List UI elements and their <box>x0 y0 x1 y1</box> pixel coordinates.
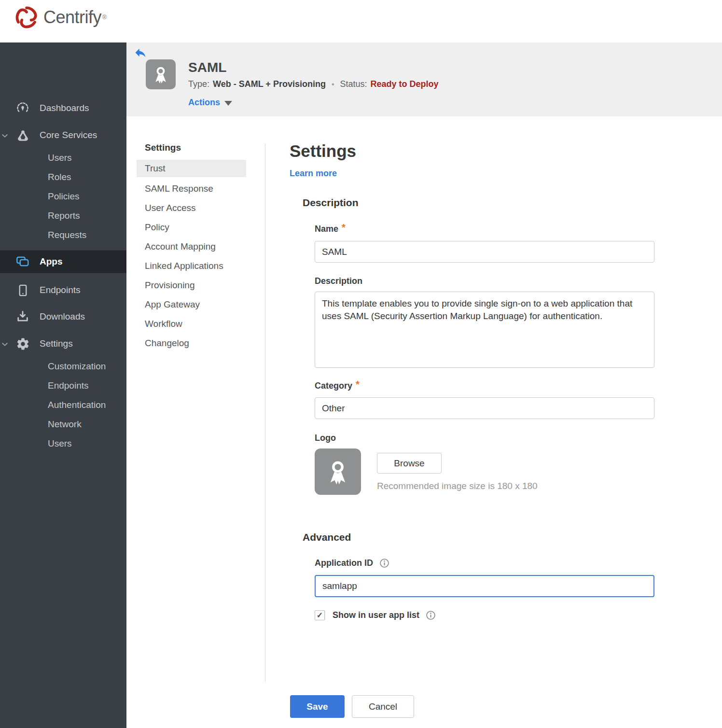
name-field-label: Name * <box>315 224 346 234</box>
subnav-item-trust[interactable]: Trust <box>137 160 246 177</box>
sidebar-item-apps[interactable]: Apps <box>0 250 126 273</box>
brand-name: Centrify <box>43 7 101 28</box>
sidebar-item-roles[interactable]: Roles <box>0 168 126 187</box>
category-input[interactable] <box>315 397 654 419</box>
subnav-item-policy[interactable]: Policy <box>137 218 246 237</box>
subnav-heading: Settings <box>137 142 246 153</box>
sidebar-item-users[interactable]: Users <box>0 148 126 168</box>
actions-label: Actions <box>188 98 220 108</box>
top-bar: Centrify ® <box>0 0 722 42</box>
cancel-button[interactable]: Cancel <box>352 695 414 718</box>
subnav-item-account-mapping[interactable]: Account Mapping <box>137 237 246 256</box>
subnav-item-linked-applications[interactable]: Linked Applications <box>137 256 246 276</box>
info-icon[interactable] <box>426 610 436 620</box>
ribbon-icon <box>150 64 171 85</box>
sidebar-item-settings-endpoints[interactable]: Endpoints <box>0 376 126 395</box>
category-field-label: Category * <box>315 381 360 391</box>
subnav-item-user-access[interactable]: User Access <box>137 198 246 218</box>
app-avatar <box>146 59 176 89</box>
logo-size-hint: Recommended image size is 180 x 180 <box>377 481 538 491</box>
app-title: SAML <box>188 60 226 75</box>
sidebar-item-settings-users[interactable]: Users <box>0 434 126 453</box>
name-input[interactable] <box>315 241 654 263</box>
type-label: Type: <box>188 79 209 89</box>
advanced-section-heading: Advanced <box>303 532 351 543</box>
subnav-item-saml-response[interactable]: SAML Response <box>137 179 246 198</box>
download-icon <box>15 309 30 324</box>
application-id-input[interactable] <box>315 575 654 597</box>
sidebar-item-endpoints[interactable]: Endpoints <box>0 279 126 302</box>
status-value: Ready to Deploy <box>371 79 439 89</box>
brand-logo: Centrify ® <box>14 4 107 30</box>
subnav-divider <box>265 144 265 682</box>
sidebar-item-network[interactable]: Network <box>0 415 126 434</box>
caret-down-icon <box>224 101 232 106</box>
gauge-icon <box>15 100 30 116</box>
info-icon[interactable] <box>379 558 389 568</box>
sidebar-item-core-services[interactable]: Core Services <box>0 124 126 147</box>
logo-field-label: Logo <box>315 433 336 443</box>
device-icon <box>15 282 30 298</box>
browse-button[interactable]: Browse <box>377 453 442 474</box>
centrify-swirl-icon <box>14 4 40 30</box>
subnav-item-provisioning[interactable]: Provisioning <box>137 276 246 295</box>
status-label: Status: <box>340 79 367 89</box>
save-button[interactable]: Save <box>290 695 345 718</box>
apps-icon <box>15 254 30 269</box>
type-value: Web - SAML + Provisioning <box>213 79 326 89</box>
sidebar-item-dashboards[interactable]: Dashboards <box>0 97 126 120</box>
show-in-user-app-list-row: ✓ Show in user app list <box>315 610 436 620</box>
app-meta: Type: Web - SAML + Provisioning • Status… <box>188 79 439 89</box>
gear-icon <box>15 336 30 351</box>
sidebar-item-settings[interactable]: Settings <box>0 332 126 355</box>
meta-separator: • <box>332 80 334 89</box>
show-in-user-app-list-label: Show in user app list <box>333 610 419 620</box>
page-title: Settings <box>290 141 356 161</box>
sidebar-item-authentication[interactable]: Authentication <box>0 395 126 415</box>
actions-dropdown[interactable]: Actions <box>188 98 232 108</box>
ribbon-icon <box>323 457 353 487</box>
learn-more-link[interactable]: Learn more <box>290 168 337 179</box>
chevron-down-icon[interactable] <box>1 340 9 348</box>
back-arrow-icon[interactable] <box>134 46 147 59</box>
settings-subnav: Settings Trust SAML Response User Access… <box>137 142 246 353</box>
core-services-icon <box>15 127 30 143</box>
required-marker: * <box>342 222 346 233</box>
subnav-item-workflow[interactable]: Workflow <box>137 314 246 334</box>
sidebar-item-downloads[interactable]: Downloads <box>0 305 126 328</box>
description-field-label: Description <box>315 276 362 286</box>
subnav-item-app-gateway[interactable]: App Gateway <box>137 295 246 314</box>
application-id-label: Application ID <box>315 558 389 568</box>
chevron-down-icon[interactable] <box>1 131 9 139</box>
app-header: SAML Type: Web - SAML + Provisioning • S… <box>126 42 722 116</box>
show-in-user-app-list-checkbox[interactable]: ✓ <box>315 610 325 620</box>
brand-trademark: ® <box>102 14 107 21</box>
sidebar-item-reports[interactable]: Reports <box>0 206 126 225</box>
sidebar-item-customization[interactable]: Customization <box>0 357 126 376</box>
logo-preview <box>315 448 361 495</box>
description-section-heading: Description <box>303 197 359 209</box>
required-marker: * <box>356 379 360 390</box>
subnav-item-changelog[interactable]: Changelog <box>137 334 246 353</box>
sidebar-item-policies[interactable]: Policies <box>0 187 126 206</box>
description-textarea[interactable]: This template enables you to provide sin… <box>315 292 654 368</box>
sidebar: Dashboards Core Services Users Roles Pol… <box>0 42 126 728</box>
sidebar-item-requests[interactable]: Requests <box>0 225 126 245</box>
